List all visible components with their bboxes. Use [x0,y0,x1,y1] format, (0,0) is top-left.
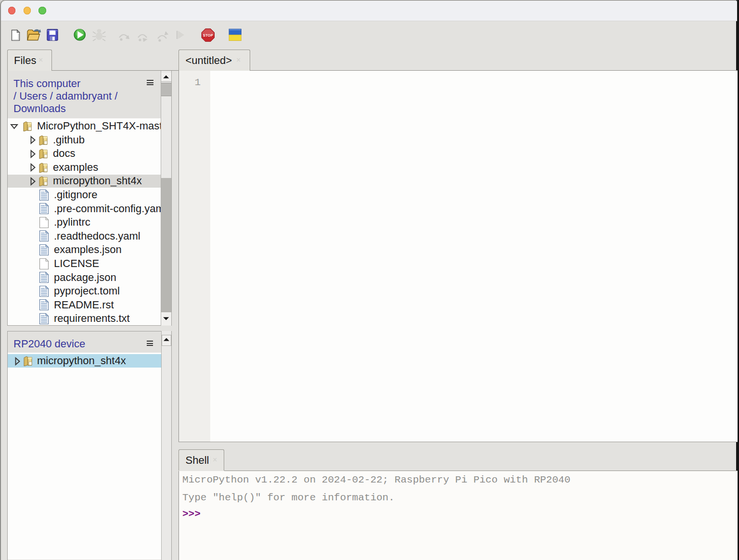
svg-text:STOP: STOP [203,33,213,38]
